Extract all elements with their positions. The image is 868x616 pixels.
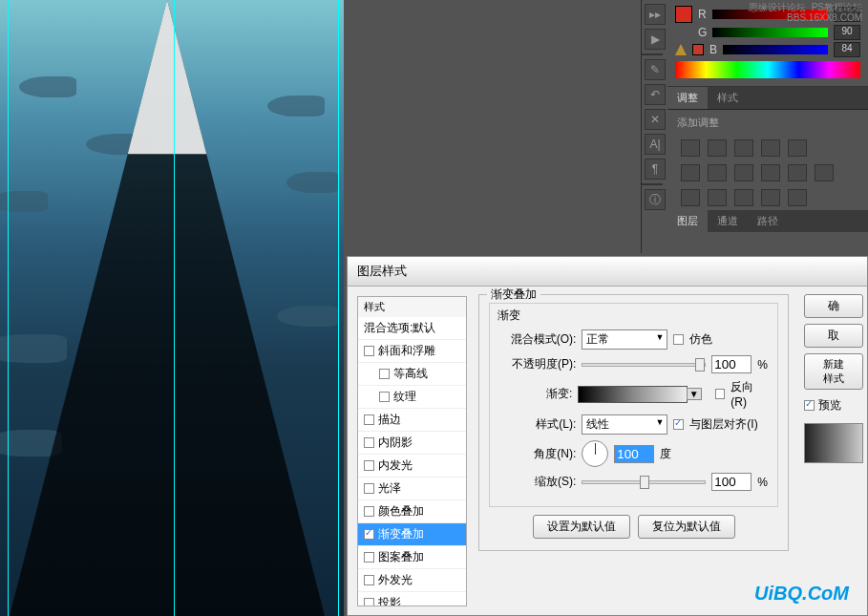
group-title: 渐变叠加 [487,287,540,303]
style-checkbox[interactable] [379,392,390,402]
play-icon[interactable]: ▶ [645,29,666,50]
levels-icon[interactable] [708,139,727,157]
bw-icon[interactable] [734,164,753,181]
styles-header[interactable]: 样式 [358,297,466,317]
foreground-swatch[interactable] [675,6,692,23]
style-label: 内发光 [378,457,413,474]
history-icon[interactable]: ↶ [645,84,666,105]
b-slider[interactable] [723,45,828,54]
layer-style-dialog: 图层样式 样式 混合选项:默认 斜面和浮雕等高线纹理描边内阴影内发光光泽颜色叠加… [347,256,868,616]
style-label: 样式(L): [499,416,576,433]
vibrance-icon[interactable] [788,139,807,157]
align-checkbox[interactable] [673,419,684,430]
tab-layers[interactable]: 图层 [667,210,708,232]
style-checkbox[interactable] [379,369,390,379]
balance-icon[interactable] [708,164,727,181]
color-spectrum[interactable] [675,61,860,78]
paragraph-icon[interactable]: ¶ [645,159,666,180]
scale-slider[interactable] [582,480,706,484]
style-checkbox[interactable] [364,506,374,517]
selective-icon[interactable] [788,189,807,206]
style-item[interactable]: 内阴影 [358,432,466,455]
cancel-button[interactable]: 取 [804,324,863,348]
style-item[interactable]: 等高线 [358,363,466,386]
style-checkbox[interactable] [364,575,374,585]
character-icon[interactable]: A| [645,134,666,155]
hue-icon[interactable] [681,164,700,181]
reset-default-button[interactable]: 复位为默认值 [638,515,735,539]
style-item[interactable]: 外发光 [358,569,466,592]
style-item[interactable]: 光泽 [358,478,466,500]
mixer-icon[interactable] [788,164,807,181]
blend-mode-select[interactable]: 正常 [582,329,667,350]
tool-icon[interactable]: ▸▸ [645,4,666,25]
angle-dial[interactable] [582,440,608,467]
gradient-style-select[interactable]: 线性 [582,414,667,435]
style-checkbox[interactable] [364,414,374,425]
tools-icon[interactable]: ✕ [645,109,666,130]
blend-options[interactable]: 混合选项:默认 [358,317,466,340]
style-checkbox[interactable] [364,598,374,606]
posterize-icon[interactable] [708,189,727,206]
style-item[interactable]: 投影 [358,592,466,606]
style-item[interactable]: 渐变叠加 [358,523,466,546]
guide-line[interactable] [338,0,339,616]
tab-channels[interactable]: 通道 [708,210,748,232]
gradient-picker[interactable] [578,386,687,403]
reverse-label: 反向(R) [730,379,768,409]
style-label: 图案叠加 [378,549,424,565]
style-checkbox[interactable] [364,346,374,356]
style-label: 光泽 [378,480,401,497]
scale-input[interactable] [711,473,752,491]
brush-icon[interactable]: ✎ [645,59,666,80]
style-checkbox[interactable] [364,483,374,494]
guide-line[interactable] [8,0,9,616]
style-item[interactable]: 纹理 [358,386,466,409]
tab-styles[interactable]: 样式 [708,87,748,109]
style-checkbox[interactable] [364,552,374,563]
dither-checkbox[interactable] [673,334,684,345]
ok-button[interactable]: 确 [804,294,863,318]
tab-paths[interactable]: 路径 [748,210,788,232]
threshold-icon[interactable] [734,189,753,206]
opacity-input[interactable] [711,355,752,373]
b-value[interactable]: 84 [834,42,860,57]
style-checkbox[interactable] [364,529,374,540]
style-checkbox[interactable] [364,460,374,471]
reverse-checkbox[interactable] [715,389,726,399]
watermark-top: 思缘设计论坛 PS教程论坛BBS.16XX8.COM [749,2,862,23]
curves-icon[interactable] [734,139,753,157]
adjustments-panel: 调整 样式 添加调整 [667,87,868,210]
info-icon[interactable]: ⓘ [645,189,666,210]
blend-mode-label: 混合模式(O): [499,331,576,348]
invert-icon[interactable] [681,189,700,206]
tab-adjust[interactable]: 调整 [667,87,708,109]
canvas[interactable] [0,0,344,616]
guide-line[interactable] [174,0,175,616]
new-style-button[interactable]: 新建样式 [804,353,863,390]
set-default-button[interactable]: 设置为默认值 [533,515,630,539]
style-item[interactable]: 描边 [358,409,466,432]
photo-filter-icon[interactable] [761,164,780,181]
lookup-icon[interactable] [815,164,834,181]
gradient-map-icon[interactable] [761,189,780,206]
brightness-icon[interactable] [681,139,700,157]
style-item[interactable]: 图案叠加 [358,546,466,569]
warn-swatch[interactable] [692,44,704,55]
exposure-icon[interactable] [761,139,780,157]
style-checkbox[interactable] [364,437,374,448]
preview-checkbox[interactable] [804,400,815,411]
preview-thumb [804,423,863,463]
styles-list: 样式 混合选项:默认 斜面和浮雕等高线纹理描边内阴影内发光光泽颜色叠加渐变叠加图… [357,296,467,606]
style-item[interactable]: 颜色叠加 [358,500,466,523]
warning-icon[interactable] [675,44,687,55]
opacity-slider[interactable] [582,363,706,367]
g-slider[interactable] [712,28,828,37]
style-item[interactable]: 斜面和浮雕 [358,340,466,363]
style-label: 内阴影 [378,435,413,451]
angle-input[interactable] [614,445,654,463]
g-label: G [698,26,707,39]
watermark-bottom: UiBQ.CoM [754,583,849,605]
g-value[interactable]: 90 [834,25,860,40]
style-item[interactable]: 内发光 [358,455,466,478]
